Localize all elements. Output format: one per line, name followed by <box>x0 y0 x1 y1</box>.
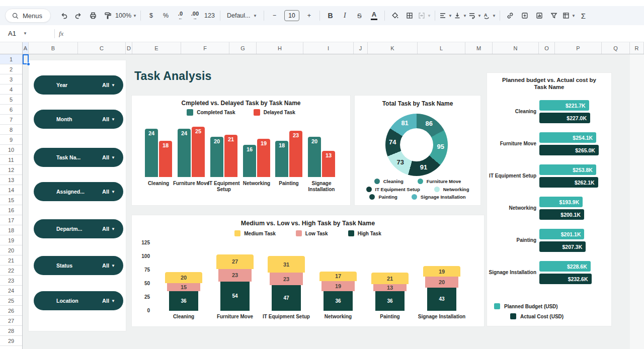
row-header-23[interactable]: 23 <box>0 276 22 286</box>
bold-button[interactable]: B <box>324 9 337 23</box>
bar-planned-budget[interactable]: $201.1K <box>539 229 584 239</box>
row-header-18[interactable]: 18 <box>0 225 22 235</box>
segment-medium[interactable]: 27 <box>216 254 254 269</box>
filter-pill-location[interactable]: LocationAll▼ <box>34 291 123 310</box>
bar-completed[interactable]: 16 <box>243 145 256 177</box>
row-header-9[interactable]: 9 <box>0 135 22 145</box>
column-header-D[interactable]: D <box>126 42 132 54</box>
column-header-M[interactable]: M <box>465 42 493 54</box>
bar-completed[interactable]: 20 <box>210 137 223 177</box>
column-header-G[interactable]: G <box>229 42 257 54</box>
bar-actual-cost[interactable]: $262.1K <box>539 177 598 188</box>
bar-completed[interactable]: 24 <box>178 129 191 177</box>
segment-medium[interactable]: 19 <box>423 266 460 277</box>
chart-medium-low-high[interactable]: Medium vs. Low vs. High Task by Task Nam… <box>132 215 484 326</box>
bar-completed[interactable]: 24 <box>145 129 158 177</box>
row-header-21[interactable]: 21 <box>0 255 22 266</box>
filter-pill-task-na-[interactable]: Task Na...All▼ <box>34 148 123 167</box>
column-header-B[interactable]: B <box>29 42 78 54</box>
column-header-A[interactable]: A <box>23 42 29 54</box>
column-header-I[interactable]: I <box>303 42 354 54</box>
row-header-1[interactable]: 1 <box>0 54 22 64</box>
bar-actual-cost[interactable]: $207.3K <box>539 241 586 252</box>
bar-planned-budget[interactable]: $254.1K <box>539 132 596 143</box>
menus-search-button[interactable]: Menus <box>5 9 51 23</box>
segment-high[interactable]: 36 <box>375 291 405 311</box>
row-header-14[interactable]: 14 <box>0 185 22 195</box>
column-header-C[interactable]: C <box>78 42 126 54</box>
sheet-canvas[interactable]: YearAll▼MonthAll▼Task Na...All▼Assigned.… <box>23 54 644 349</box>
row-header-15[interactable]: 15 <box>0 195 22 205</box>
bar-completed[interactable]: 18 <box>275 141 288 177</box>
bar-planned-budget[interactable]: $228.6K <box>539 261 591 272</box>
segment-low[interactable]: 13 <box>373 284 407 291</box>
bar-actual-cost[interactable]: $265.0K <box>539 145 599 155</box>
column-header-L[interactable]: L <box>418 42 465 54</box>
row-header-25[interactable]: 25 <box>0 296 22 306</box>
row-header-5[interactable]: 5 <box>0 95 22 105</box>
row-header-24[interactable]: 24 <box>0 286 22 296</box>
bar-planned-budget[interactable]: $221.7K <box>539 100 589 111</box>
bar-delayed[interactable]: 13 <box>322 151 335 177</box>
row-header-10[interactable]: 10 <box>0 145 22 155</box>
column-header-H[interactable]: H <box>257 42 303 54</box>
column-header-J[interactable]: J <box>354 42 368 54</box>
chart-total-task-donut[interactable]: Total Task by Task Name869591737481Clean… <box>355 96 480 205</box>
font-size-input[interactable]: 10 <box>284 10 299 21</box>
functions-button[interactable]: Σ <box>577 9 590 23</box>
name-box[interactable]: A1 ▼ <box>0 30 50 37</box>
more-formats-button[interactable]: 123 <box>203 9 216 23</box>
column-header-F[interactable]: F <box>181 42 229 54</box>
text-rotation-button[interactable]: A▼ <box>482 9 496 23</box>
insert-comment-button[interactable] <box>518 9 532 23</box>
bar-delayed[interactable]: 21 <box>224 135 237 177</box>
bar-delayed[interactable]: 18 <box>159 141 172 177</box>
segment-low[interactable]: 23 <box>270 273 303 285</box>
filter-pill-departm-[interactable]: Departm...All▼ <box>34 219 123 238</box>
segment-high[interactable]: 47 <box>272 285 301 311</box>
bar-actual-cost[interactable]: $200.1K <box>539 209 584 220</box>
undo-button[interactable] <box>57 9 70 23</box>
create-filter-button[interactable] <box>547 9 561 23</box>
filter-pill-assigned-[interactable]: Assigned...All▼ <box>34 182 123 201</box>
borders-button[interactable] <box>403 9 417 23</box>
fill-color-button[interactable] <box>388 9 402 23</box>
font-family-selector[interactable]: Defaul...▼ <box>224 9 260 23</box>
segment-medium[interactable]: 20 <box>165 272 202 283</box>
row-header-8[interactable]: 8 <box>0 125 22 135</box>
filter-pill-status[interactable]: StatusAll▼ <box>34 256 123 275</box>
row-header-6[interactable]: 6 <box>0 105 22 115</box>
row-header-26[interactable]: 26 <box>0 306 22 316</box>
horizontal-align-button[interactable]: ▼ <box>439 9 452 23</box>
zoom-control[interactable]: 100%▼ <box>115 9 137 23</box>
format-percent-button[interactable]: % <box>159 9 173 23</box>
selection-fill-handle[interactable] <box>27 62 30 66</box>
redo-button[interactable] <box>71 9 85 23</box>
bar-actual-cost[interactable]: $227.0K <box>539 113 590 123</box>
row-header-12[interactable]: 12 <box>0 165 22 175</box>
row-header-30[interactable] <box>0 346 22 349</box>
segment-high[interactable]: 54 <box>220 282 250 311</box>
bar-planned-budget[interactable]: $193.9K <box>539 197 583 207</box>
bar-delayed[interactable]: 23 <box>289 131 302 177</box>
text-wrap-button[interactable]: ▼ <box>468 9 481 23</box>
bar-planned-budget[interactable]: $253.8K <box>539 164 596 175</box>
chart-completed-vs-delayed[interactable]: Cmpleted vs. Delayed Task by Task NameCo… <box>132 96 350 205</box>
vertical-align-button[interactable]: ▼ <box>453 9 467 23</box>
segment-medium[interactable]: 17 <box>319 272 357 281</box>
column-header-P[interactable]: P <box>555 42 602 54</box>
segment-high[interactable]: 43 <box>427 288 456 311</box>
increase-decimal-button[interactable]: .00→ <box>188 9 202 23</box>
column-header-R[interactable]: R <box>630 42 644 54</box>
filter-pill-year[interactable]: YearAll▼ <box>34 75 123 95</box>
row-header-20[interactable]: 20 <box>0 245 22 255</box>
formula-input[interactable] <box>63 25 644 42</box>
select-all-corner[interactable] <box>0 42 23 54</box>
italic-button[interactable]: I <box>338 9 352 23</box>
increase-font-size-button[interactable]: + <box>302 9 316 23</box>
chart-budget-vs-cost[interactable]: Planned budget vs. Actual cost by Task N… <box>487 73 611 326</box>
paint-format-button[interactable] <box>101 9 114 23</box>
decrease-decimal-button[interactable]: .0← <box>174 9 187 23</box>
bar-delayed[interactable]: 25 <box>192 127 205 177</box>
bar-actual-cost[interactable]: $232.6K <box>539 274 592 284</box>
